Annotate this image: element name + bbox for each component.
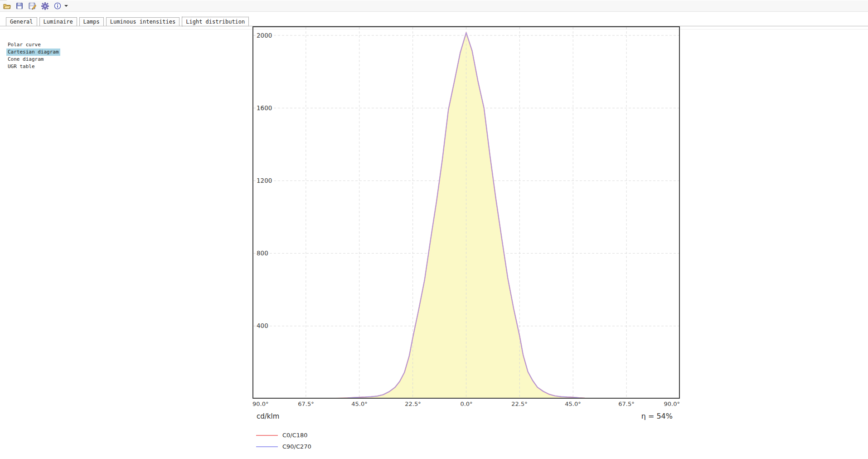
info-icon[interactable] [53,1,62,10]
legend-entry-c0-c180: C0/C180 [256,430,311,441]
x-tick-label: 22.5° [511,400,527,407]
svg-text:1200: 1200 [257,177,272,184]
svg-text:2000: 2000 [257,32,272,39]
x-tick-label: 0.0° [460,400,472,407]
list-item-ugr-table[interactable]: UGR table [6,63,60,70]
list-item-cone-diagram[interactable]: Cone diagram [6,56,60,63]
legend-line-swatch [256,435,278,436]
dropdown-caret-icon[interactable] [64,5,68,7]
open-file-icon[interactable] [2,1,11,10]
tab-lamps[interactable]: Lamps [79,17,104,26]
x-axis-tick-labels: 90.0°67.5°45.0°22.5°0.0°22.5°45.0°67.5°9… [252,400,680,408]
cartesian-diagram-chart: 400800120016002000 [252,26,680,399]
save-icon[interactable] [15,1,24,10]
x-tick-label: 45.0° [351,400,367,407]
x-tick-label: 45.0° [565,400,581,407]
x-tick-label: 90.0° [664,400,680,407]
x-tick-label: 90.0° [252,400,268,407]
svg-text:800: 800 [257,249,268,257]
x-tick-label: 67.5° [298,400,314,407]
efficiency-label: η = 54% [252,412,680,420]
application-window: GeneralLuminaireLampsLuminous intensitie… [0,0,868,459]
tab-luminaire[interactable]: Luminaire [39,17,77,26]
x-tick-label: 22.5° [405,400,421,407]
svg-text:1600: 1600 [257,104,272,112]
svg-text:400: 400 [257,322,268,329]
save-as-icon[interactable] [28,1,37,10]
chart-legend: C0/C180C90/C270 [256,430,311,452]
settings-icon[interactable] [40,1,49,10]
legend-entry-c90-c270: C90/C270 [256,441,311,452]
tab-luminous-intensities[interactable]: Luminous intensities [106,17,180,26]
legend-label: C0/C180 [282,432,308,439]
x-tick-label: 67.5° [618,400,634,407]
list-item-cartesian-diagram[interactable]: Cartesian diagram [6,49,60,56]
tab-light-distribution[interactable]: Light distribution [182,17,249,26]
list-item-polar-curve[interactable]: Polar curve [6,41,60,49]
legend-label: C90/C270 [282,443,311,450]
toolbar [0,0,868,12]
tab-bar: GeneralLuminaireLampsLuminous intensitie… [0,17,868,26]
tab-general[interactable]: General [6,17,37,26]
legend-line-swatch [256,446,278,447]
diagram-type-list: Polar curveCartesian diagramCone diagram… [6,41,60,70]
